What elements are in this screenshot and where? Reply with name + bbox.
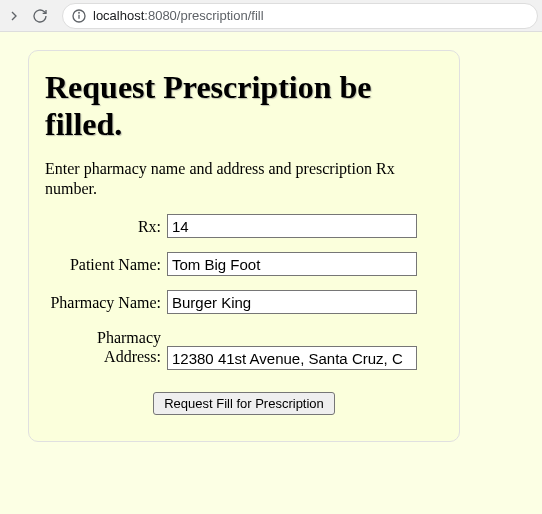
pharmacy-name-input[interactable]	[167, 290, 417, 314]
label-pharmacy-name: Pharmacy Name:	[45, 293, 167, 312]
submit-row: Request Fill for Prescription	[45, 392, 443, 415]
label-patient-name: Patient Name:	[45, 255, 167, 274]
form-row-pharmacy-address: Pharmacy Address:	[45, 328, 443, 370]
submit-button[interactable]: Request Fill for Prescription	[153, 392, 335, 415]
label-rx: Rx:	[45, 217, 167, 236]
label-pharmacy-address: Pharmacy Address:	[45, 328, 167, 366]
page-subtitle: Enter pharmacy name and address and pres…	[45, 159, 443, 201]
form-row-rx: Rx:	[45, 214, 443, 238]
patient-name-input[interactable]	[167, 252, 417, 276]
page-title: Request Prescription be filled.	[45, 69, 443, 143]
pharmacy-address-input[interactable]	[167, 346, 417, 370]
rx-input[interactable]	[167, 214, 417, 238]
url-bar[interactable]: localhost:8080/prescription/fill	[62, 3, 538, 29]
page-body: Request Prescription be filled. Enter ph…	[0, 32, 542, 514]
reload-icon[interactable]	[30, 6, 50, 26]
browser-toolbar: localhost:8080/prescription/fill	[0, 0, 542, 32]
form-row-patient-name: Patient Name:	[45, 252, 443, 276]
forward-icon[interactable]	[4, 6, 24, 26]
svg-point-2	[79, 12, 80, 13]
form-card: Request Prescription be filled. Enter ph…	[28, 50, 460, 442]
form-row-pharmacy-name: Pharmacy Name:	[45, 290, 443, 314]
info-icon	[71, 8, 87, 24]
url-text: localhost:8080/prescription/fill	[93, 8, 264, 23]
